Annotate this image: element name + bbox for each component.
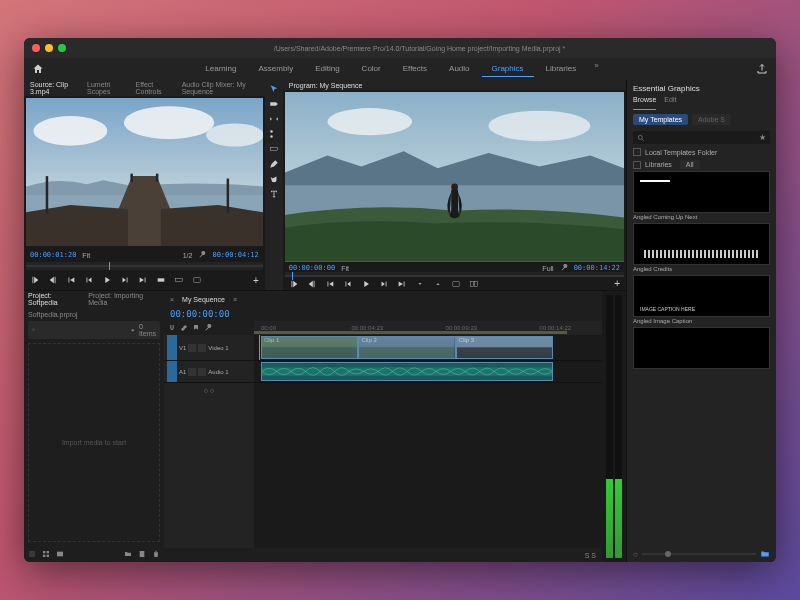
timeline-tc[interactable]: 00:00:00:00: [170, 309, 230, 319]
eg-tab-browse[interactable]: Browse: [633, 96, 656, 110]
extract-icon[interactable]: [433, 279, 443, 289]
eg-template[interactable]: [633, 327, 770, 369]
eg-template[interactable]: IMAGE CAPTION HERE Angled Image Caption: [633, 275, 770, 325]
export-frame-icon[interactable]: [451, 279, 461, 289]
export-frame-icon[interactable]: [192, 275, 202, 285]
track-solo[interactable]: [198, 368, 206, 376]
razor-tool-icon[interactable]: [269, 129, 279, 139]
selection-tool-icon[interactable]: [269, 84, 279, 94]
audio-clip[interactable]: [261, 362, 553, 381]
source-ratio[interactable]: 1/2: [183, 252, 193, 259]
insert-icon[interactable]: [156, 275, 166, 285]
tab-program[interactable]: Program: My Sequence: [289, 82, 363, 89]
goto-in-icon[interactable]: [66, 275, 76, 285]
mark-in-icon[interactable]: [289, 279, 299, 289]
project-search-input[interactable]: [39, 327, 127, 334]
source-tc-in[interactable]: 00:00:01:20: [30, 251, 76, 259]
minimize-button[interactable]: [45, 44, 53, 52]
zoom-out-icon[interactable]: ○: [633, 550, 638, 559]
track-lane-v1[interactable]: Clip 1 Clip 2 Clip 3: [254, 335, 602, 360]
wrench-icon[interactable]: [198, 251, 206, 259]
mark-in-icon[interactable]: [30, 275, 40, 285]
program-viewer[interactable]: [285, 92, 624, 262]
program-scrubber[interactable]: [285, 272, 624, 277]
eg-adobe-stock[interactable]: Adobe S: [692, 114, 731, 125]
track-toggle-lock[interactable]: [198, 344, 206, 352]
step-back-icon[interactable]: [84, 275, 94, 285]
timeline-ruler[interactable]: 00:00 00:00:04:23 00:00:09:23 00:00:14:2…: [254, 321, 602, 335]
hand-tool-icon[interactable]: [269, 174, 279, 184]
share-icon[interactable]: [756, 63, 768, 75]
bin-icon[interactable]: [131, 326, 134, 334]
play-icon[interactable]: [102, 275, 112, 285]
goto-in-icon[interactable]: [325, 279, 335, 289]
pen-tool-icon[interactable]: [269, 159, 279, 169]
step-fwd-icon[interactable]: [120, 275, 130, 285]
eg-lib-all[interactable]: All: [680, 160, 700, 169]
workspace-learning[interactable]: Learning: [195, 61, 246, 77]
list-view-icon[interactable]: [28, 550, 36, 558]
home-icon[interactable]: [32, 63, 44, 75]
program-fit[interactable]: Fit: [341, 265, 349, 272]
trash-icon[interactable]: [152, 550, 160, 558]
tab-audio-mixer[interactable]: Audio Clip Mixer: My Sequence: [182, 81, 259, 95]
clip-2[interactable]: Clip 2: [358, 336, 455, 359]
maximize-button[interactable]: [58, 44, 66, 52]
eg-zoom-slider[interactable]: [642, 553, 756, 555]
track-select-tool-icon[interactable]: [269, 99, 279, 109]
new-bin-icon[interactable]: [124, 550, 132, 558]
tab-effect-controls[interactable]: Effect Controls: [135, 81, 171, 95]
track-mute[interactable]: [188, 368, 196, 376]
link-icon[interactable]: [180, 324, 188, 332]
snap-icon[interactable]: [168, 324, 176, 332]
tab-source-clip[interactable]: Source: Clip 3.mp4: [30, 81, 77, 95]
checkbox-local[interactable]: [633, 148, 641, 156]
overwrite-icon[interactable]: [174, 275, 184, 285]
goto-out-icon[interactable]: [397, 279, 407, 289]
type-tool-icon[interactable]: [269, 189, 279, 199]
workspace-editing[interactable]: Editing: [305, 61, 349, 77]
workspace-graphics[interactable]: Graphics: [482, 61, 534, 77]
clip-3[interactable]: Clip 3: [456, 336, 553, 359]
track-toggle-eye[interactable]: [188, 344, 196, 352]
mark-out-icon[interactable]: [307, 279, 317, 289]
playhead[interactable]: [259, 335, 260, 360]
settings-icon[interactable]: [204, 324, 212, 332]
lift-icon[interactable]: [415, 279, 425, 289]
eg-tab-edit[interactable]: Edit: [664, 96, 676, 110]
eg-my-templates[interactable]: My Templates: [633, 114, 688, 125]
star-icon[interactable]: ★: [759, 133, 766, 142]
tab-project-softpedia[interactable]: Project: Softpedia: [28, 292, 80, 306]
project-empty[interactable]: Import media to start: [28, 343, 160, 542]
comparison-icon[interactable]: [469, 279, 479, 289]
workspace-audio[interactable]: Audio: [439, 61, 479, 77]
goto-out-icon[interactable]: [138, 275, 148, 285]
workspace-overflow[interactable]: »: [588, 61, 604, 77]
freeform-icon[interactable]: [56, 550, 64, 558]
workspace-effects[interactable]: Effects: [393, 61, 437, 77]
clip-1[interactable]: Clip 1: [261, 336, 358, 359]
track-patch[interactable]: [167, 361, 177, 382]
new-folder-icon[interactable]: [760, 549, 770, 559]
eg-search-input[interactable]: [649, 134, 755, 141]
program-add-button[interactable]: +: [614, 278, 620, 289]
tab-project-importing[interactable]: Project: Importing Media: [88, 292, 160, 306]
program-tc-in[interactable]: 00:00:00:00: [289, 264, 335, 272]
icon-view-icon[interactable]: [42, 550, 50, 558]
checkbox-libraries[interactable]: [633, 161, 641, 169]
ripple-tool-icon[interactable]: [269, 114, 279, 124]
step-back-icon[interactable]: [343, 279, 353, 289]
play-icon[interactable]: [361, 279, 371, 289]
sequence-name[interactable]: My Sequence: [182, 296, 225, 303]
source-add-button[interactable]: +: [253, 275, 259, 286]
track-lane-a1[interactable]: [254, 361, 602, 382]
mark-out-icon[interactable]: [48, 275, 58, 285]
source-fit[interactable]: Fit: [82, 252, 90, 259]
slip-tool-icon[interactable]: [269, 144, 279, 154]
marker-icon[interactable]: [192, 324, 200, 332]
wrench-icon[interactable]: [560, 264, 568, 272]
source-viewer[interactable]: [26, 98, 263, 246]
eg-template[interactable]: Angled Credits: [633, 223, 770, 273]
source-scrubber[interactable]: [26, 262, 263, 270]
timeline-zoom[interactable]: S S: [585, 552, 596, 559]
